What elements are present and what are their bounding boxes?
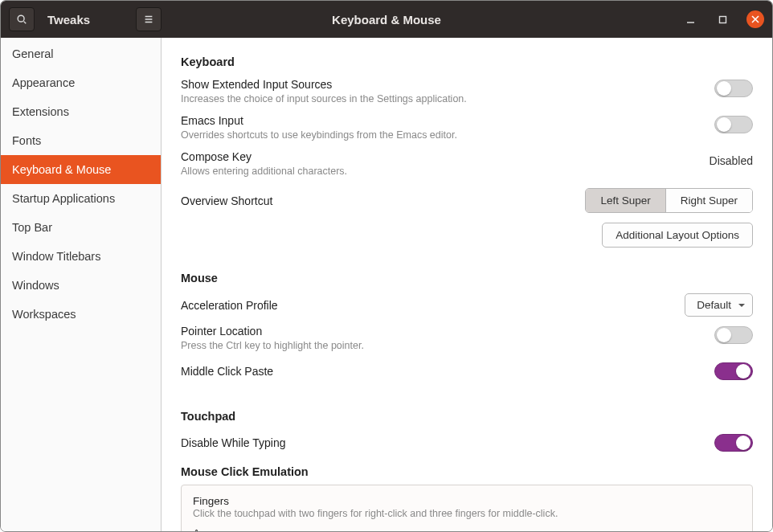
- close-button[interactable]: [746, 10, 764, 28]
- label-overview-shortcut: Overview Shortcut: [181, 194, 577, 208]
- row-compose-key: Compose Key Allows entering additional c…: [181, 147, 753, 183]
- body: General Appearance Extensions Fonts Keyb…: [1, 38, 772, 531]
- label-disable-while-typing: Disable While Typing: [181, 436, 706, 450]
- sidebar-item-startup-applications[interactable]: Startup Applications: [1, 184, 161, 213]
- desc-compose-key: Allows entering additional characters.: [181, 165, 701, 178]
- sidebar-item-keyboard-mouse[interactable]: Keyboard & Mouse: [1, 155, 161, 184]
- mouse-click-emulation-heading: Mouse Click Emulation: [181, 465, 753, 478]
- value-compose-key[interactable]: Disabled: [710, 154, 753, 167]
- seg-left-super[interactable]: Left Super: [586, 189, 665, 212]
- svg-point-0: [18, 15, 24, 22]
- touchpad-heading: Touchpad: [181, 410, 753, 423]
- sidebar-item-workspaces[interactable]: Workspaces: [1, 300, 161, 329]
- label-acceleration-profile: Acceleration Profile: [181, 298, 677, 313]
- row-overview-shortcut: Overview Shortcut Left Super Right Super: [181, 183, 753, 218]
- additional-layout-options-button[interactable]: Additional Layout Options: [602, 223, 753, 248]
- mouse-heading: Mouse: [181, 272, 753, 284]
- maximize-icon: [718, 15, 727, 24]
- search-icon: [16, 14, 27, 25]
- row-disable-while-typing: Disable While Typing: [181, 429, 753, 459]
- mouse-click-emulation-box: Fingers Click the touchpad with two fing…: [181, 485, 753, 531]
- row-additional-layout: Additional Layout Options: [181, 218, 753, 259]
- keyboard-heading: Keyboard: [181, 55, 753, 68]
- desc-extended-input-sources: Increases the choice of input sources in…: [181, 92, 706, 106]
- label-pointer-location: Pointer Location: [181, 324, 706, 338]
- titlebar-left: Tweaks: [1, 7, 162, 31]
- switch-disable-while-typing[interactable]: [714, 434, 753, 452]
- emu-option-fingers[interactable]: Fingers Click the touchpad with two fing…: [193, 493, 741, 526]
- label-compose-key: Compose Key: [181, 149, 701, 164]
- row-emacs-input: Emacs Input Overrides shortcuts to use k…: [181, 111, 753, 147]
- emu-option-area[interactable]: Area Click the bottom right of the touch…: [193, 526, 741, 531]
- switch-emacs-input[interactable]: [714, 116, 753, 133]
- desc-pointer-location: Press the Ctrl key to highlight the poin…: [181, 339, 706, 353]
- minimize-button[interactable]: [682, 11, 698, 27]
- select-acceleration-profile[interactable]: Default: [685, 293, 753, 317]
- sidebar: General Appearance Extensions Fonts Keyb…: [1, 38, 162, 531]
- menu-button[interactable]: [136, 7, 162, 31]
- switch-pointer-location[interactable]: [714, 326, 753, 344]
- overview-shortcut-segment: Left Super Right Super: [585, 188, 753, 213]
- content: Keyboard Show Extended Input Sources Inc…: [162, 38, 772, 531]
- maximize-button[interactable]: [714, 11, 730, 27]
- close-icon: [751, 15, 759, 23]
- seg-right-super[interactable]: Right Super: [665, 189, 752, 212]
- search-button[interactable]: [9, 7, 35, 31]
- label-extended-input-sources: Show Extended Input Sources: [181, 77, 706, 92]
- sidebar-item-appearance[interactable]: Appearance: [1, 68, 161, 97]
- sidebar-item-fonts[interactable]: Fonts: [1, 126, 161, 155]
- minimize-icon: [686, 15, 695, 24]
- row-middle-click-paste: Middle Click Paste: [181, 358, 753, 387]
- sidebar-item-general[interactable]: General: [1, 39, 161, 68]
- hamburger-icon: [143, 14, 154, 25]
- emu-area-title: Area: [193, 527, 741, 531]
- emu-fingers-title: Fingers: [193, 495, 741, 507]
- switch-middle-click-paste[interactable]: [714, 362, 753, 380]
- sidebar-item-window-titlebars[interactable]: Window Titlebars: [1, 242, 161, 271]
- titlebar: Tweaks Keyboard & Mouse: [1, 1, 772, 38]
- sidebar-item-extensions[interactable]: Extensions: [1, 97, 161, 126]
- row-acceleration-profile: Acceleration Profile Default: [181, 291, 753, 321]
- switch-extended-input-sources[interactable]: [714, 80, 753, 97]
- label-emacs-input: Emacs Input: [181, 113, 706, 128]
- svg-rect-6: [719, 16, 726, 23]
- label-middle-click-paste: Middle Click Paste: [181, 364, 706, 379]
- sidebar-item-windows[interactable]: Windows: [1, 271, 161, 300]
- row-extended-input-sources: Show Extended Input Sources Increases th…: [181, 75, 753, 111]
- sidebar-item-top-bar[interactable]: Top Bar: [1, 213, 161, 242]
- app-name: Tweaks: [47, 13, 90, 27]
- tweaks-window: Tweaks Keyboard & Mouse General Appearan…: [0, 0, 773, 532]
- row-pointer-location: Pointer Location Press the Ctrl key to h…: [181, 321, 753, 358]
- svg-line-1: [24, 22, 27, 24]
- window-controls: [682, 10, 764, 28]
- desc-emacs-input: Overrides shortcuts to use keybindings f…: [181, 129, 706, 142]
- emu-fingers-desc: Click the touchpad with two fingers for …: [193, 508, 741, 519]
